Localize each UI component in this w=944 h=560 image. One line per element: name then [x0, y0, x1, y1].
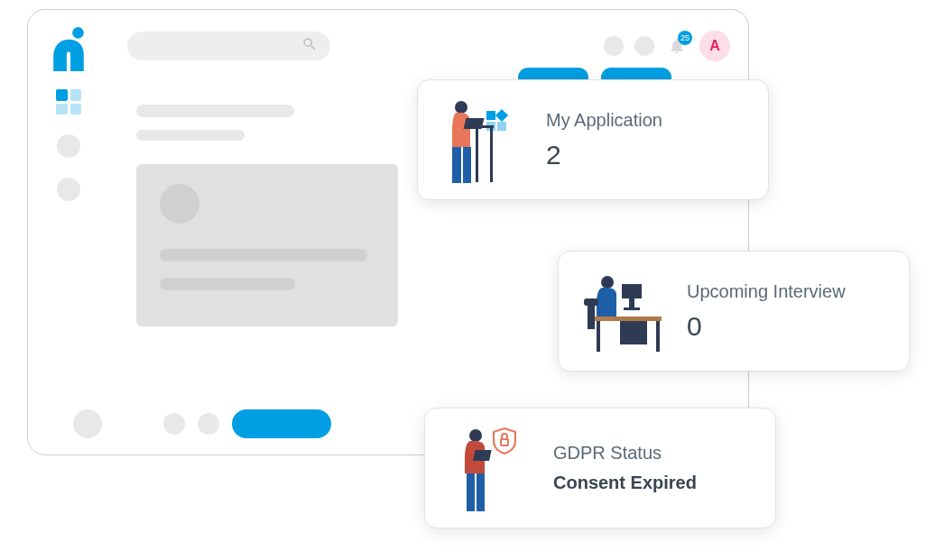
skeleton-title: [136, 105, 294, 117]
svg-rect-14: [584, 298, 598, 306]
skeleton-line-2: [160, 278, 295, 290]
stat-card-value: 0: [687, 311, 846, 342]
svg-rect-4: [497, 122, 506, 131]
svg-rect-25: [473, 450, 492, 461]
topbar-actions: 25 A: [604, 31, 730, 61]
user-avatar[interactable]: A: [699, 31, 730, 61]
svg-rect-19: [620, 321, 647, 344]
person-shield-icon: [441, 423, 532, 513]
stat-card-gdpr[interactable]: GDPR Status Consent Expired: [424, 408, 776, 528]
svg-rect-13: [588, 302, 595, 329]
svg-point-22: [469, 429, 482, 442]
nav-item-2[interactable]: [57, 134, 80, 158]
svg-rect-16: [629, 298, 634, 308]
stat-card-title: My Application: [546, 110, 662, 131]
svg-rect-10: [476, 128, 478, 182]
stat-card-interview[interactable]: Upcoming Interview 0: [558, 251, 910, 372]
stat-card-application[interactable]: My Application 2: [417, 79, 769, 200]
topbar-action-1[interactable]: [604, 36, 624, 56]
svg-rect-23: [467, 473, 475, 511]
person-desk-icon: [575, 266, 665, 356]
bottom-primary-button[interactable]: [232, 409, 331, 438]
skeleton-line-1: [160, 249, 367, 262]
topbar-action-2[interactable]: [634, 36, 654, 56]
svg-point-0: [72, 27, 84, 39]
sidebar: [28, 10, 109, 454]
svg-rect-26: [501, 439, 508, 445]
svg-point-12: [601, 276, 614, 289]
app-logo: [50, 26, 88, 69]
notification-count-badge: 25: [678, 31, 692, 45]
main-content: [136, 105, 398, 326]
stat-card-title: Upcoming Interview: [687, 281, 846, 302]
stat-card-value: 2: [546, 140, 662, 170]
notifications-button[interactable]: 25: [665, 34, 689, 58]
svg-rect-18: [595, 317, 662, 321]
svg-rect-21: [656, 321, 660, 352]
svg-rect-9: [464, 118, 485, 129]
skeleton-subtitle: [136, 130, 245, 141]
avatar-initial: A: [709, 38, 720, 54]
svg-rect-6: [452, 147, 461, 183]
svg-rect-24: [477, 473, 485, 511]
bottom-action-3[interactable]: [198, 413, 219, 435]
bottom-bar: [73, 409, 331, 438]
skeleton-avatar: [160, 184, 199, 224]
bottom-action-1[interactable]: [73, 409, 102, 438]
svg-rect-15: [622, 284, 642, 298]
topbar: 25 A: [127, 28, 730, 64]
nav-dashboard-icon[interactable]: [56, 89, 81, 115]
bottom-action-2[interactable]: [163, 413, 185, 435]
svg-rect-20: [597, 321, 600, 352]
svg-rect-7: [463, 147, 471, 183]
svg-rect-11: [490, 128, 493, 182]
stat-card-value: Consent Expired: [553, 473, 697, 493]
svg-point-5: [455, 101, 467, 114]
svg-rect-1: [486, 111, 495, 120]
stat-card-title: GDPR Status: [553, 443, 697, 464]
svg-rect-17: [624, 308, 640, 310]
skeleton-card: [136, 164, 398, 326]
person-laptop-standing-icon: [434, 95, 524, 185]
search-icon: [301, 36, 318, 56]
app-window: 25 A: [27, 9, 749, 455]
nav-item-3[interactable]: [57, 178, 80, 201]
svg-rect-2: [495, 109, 508, 122]
search-input[interactable]: [127, 32, 330, 60]
